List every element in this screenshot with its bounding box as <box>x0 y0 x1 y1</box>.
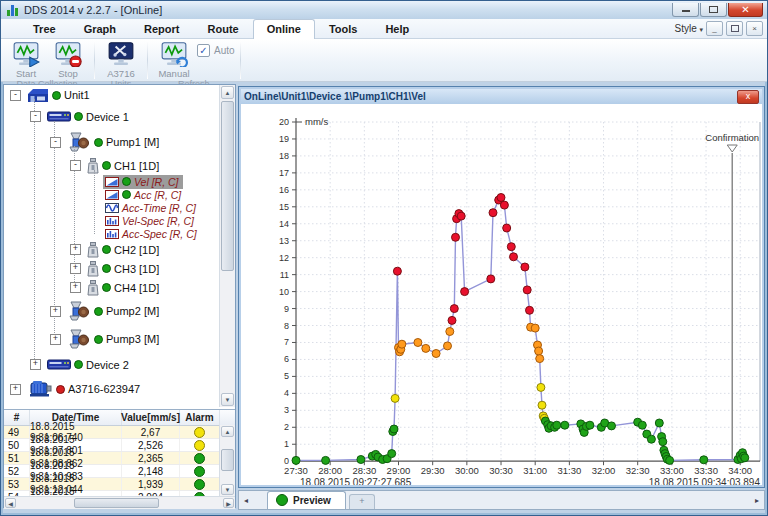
scrollbar-thumb[interactable] <box>221 449 234 471</box>
tree-vertical-scrollbar[interactable]: ▲▼ <box>219 85 235 407</box>
scroll-left-icon[interactable]: ◀ <box>5 498 16 508</box>
tree-item-label: A3716-623947 <box>68 383 140 395</box>
tab-help[interactable]: Help <box>371 19 423 38</box>
tab-scroll-right-icon[interactable]: ▸ <box>755 496 764 509</box>
table-header-alarm[interactable]: Alarm <box>180 410 220 425</box>
svg-text:29:30: 29:30 <box>421 465 445 476</box>
tab-scroll-left-icon[interactable]: ◂ <box>239 496 253 509</box>
cell-alarm <box>180 426 220 438</box>
collapse-icon[interactable]: - <box>30 111 41 122</box>
svg-text:18.08.2015 09:27:27.685: 18.08.2015 09:27:27.685 <box>300 477 412 485</box>
chart-window-title: OnLine\Unit1\Device 1\Pump1\CH1\Vel <box>244 91 426 102</box>
unit-icon <box>27 88 49 103</box>
tab-graph[interactable]: Graph <box>70 19 130 38</box>
expand-icon[interactable]: + <box>30 359 41 370</box>
mdi-minimize-icon: _ <box>712 25 716 33</box>
expand-icon[interactable]: + <box>70 244 81 255</box>
group-separator <box>94 41 95 79</box>
expand-icon[interactable]: + <box>10 384 21 395</box>
tab-online[interactable]: Online <box>253 19 315 39</box>
tree-item-acc-time-r-c-[interactable]: Acc-Time [R, C] <box>4 201 220 214</box>
auto-checkbox[interactable]: ✓Auto <box>197 40 235 79</box>
window-title-bar[interactable]: DDS 2014 v 2.2.7 - [OnLine] ✕ <box>1 1 767 19</box>
tab-tools[interactable]: Tools <box>315 19 372 38</box>
cell-value: 1,939 <box>122 478 180 490</box>
scroll-up-icon[interactable]: ▲ <box>221 86 234 99</box>
close-button[interactable]: ✕ <box>728 3 763 17</box>
tree-item-ch2-1d-[interactable]: +CH2 [1D] <box>4 240 220 259</box>
svg-text:4: 4 <box>284 388 289 398</box>
scroll-up-icon[interactable]: ▲ <box>221 426 234 437</box>
expand-icon[interactable]: + <box>70 282 81 293</box>
sensor-icon <box>87 242 99 258</box>
tree-item-label: Acc-Spec [R, C] <box>122 228 197 240</box>
cell-index: 49 <box>4 426 30 438</box>
collapse-icon[interactable]: - <box>50 137 61 148</box>
cell-alarm <box>180 452 220 464</box>
manual-button[interactable]: Manual <box>153 40 195 79</box>
minimize-button[interactable] <box>672 3 699 17</box>
tree-item-acc-spec-r-c-[interactable]: Acc-Spec [R, C] <box>4 227 220 240</box>
scroll-down-icon[interactable]: ▼ <box>221 484 234 495</box>
chart-window-title-bar[interactable]: OnLine\Unit1\Device 1\Pump1\CH1\Vel x <box>241 89 762 104</box>
motor-icon <box>27 380 53 398</box>
mdi-minimize-button[interactable]: _ <box>706 21 723 36</box>
tab-report[interactable]: Report <box>130 19 193 38</box>
table-vertical-scrollbar[interactable]: ▲▼ <box>219 425 235 496</box>
tree-item-pump1-m-[interactable]: -Pump1 [M] <box>4 128 220 156</box>
menu-tab-row: TreeGraphReportRouteOnlineToolsHelp Styl… <box>1 19 767 39</box>
new-tab-button[interactable]: + <box>349 494 375 509</box>
ribbon-group-refresh: Manual✓AutoRefresh <box>149 39 239 81</box>
mdi-close-button[interactable]: × <box>746 21 763 36</box>
scrollbar-thumb[interactable] <box>221 101 234 271</box>
tab-preview[interactable]: Preview <box>267 491 346 509</box>
stop-button[interactable]: Stop <box>47 40 89 79</box>
tree-item-ch1-1d-[interactable]: -CH1 [1D] <box>4 156 220 175</box>
svg-text:5: 5 <box>284 371 289 381</box>
expand-icon[interactable]: + <box>50 334 61 345</box>
close-icon: ✕ <box>741 5 749 15</box>
table-horizontal-scrollbar[interactable]: ◀▶ <box>4 496 235 509</box>
monitor-start-icon <box>12 41 40 67</box>
menu-tabs: TreeGraphReportRouteOnlineToolsHelp <box>19 18 423 38</box>
mdi-restore-button[interactable] <box>726 21 743 36</box>
tab-tree[interactable]: Tree <box>19 19 70 38</box>
tree-item-label: CH1 [1D] <box>114 160 159 172</box>
expand-icon[interactable]: + <box>50 306 61 317</box>
style-dropdown[interactable]: Style ▾ <box>674 23 703 34</box>
tab-route[interactable]: Route <box>194 19 253 38</box>
trend-plot[interactable]: 01234567891011121314151617181920mm/s27:3… <box>241 104 762 485</box>
collapse-icon[interactable]: - <box>10 90 21 101</box>
svg-text:32:30: 32:30 <box>626 465 650 476</box>
tree-item-label: Unit1 <box>64 89 90 101</box>
scroll-down-icon[interactable]: ▼ <box>221 393 234 406</box>
start-button[interactable]: Start <box>5 40 47 79</box>
tree-item-vel-r-c-[interactable]: Vel [R, C] <box>4 175 220 188</box>
table-header-[interactable]: # <box>4 410 30 425</box>
tree-item-pump2-m-[interactable]: +Pump2 [M] <box>4 297 220 325</box>
expand-icon[interactable]: + <box>70 263 81 274</box>
alarm-green-icon <box>194 479 205 490</box>
table-header-valuemms[interactable]: Value[mm/s] <box>122 410 180 425</box>
stop-button-label: Stop <box>58 68 78 79</box>
status-dot-green-icon <box>94 307 103 316</box>
cell-value: 2,148 <box>122 465 180 477</box>
tree-item-unit1[interactable]: -Unit1 <box>4 85 220 105</box>
tree-item-acc-r-c-[interactable]: Acc [R, C] <box>4 188 220 201</box>
tree-item-ch4-1d-[interactable]: +CH4 [1D] <box>4 278 220 297</box>
chart-close-button[interactable]: x <box>737 90 759 104</box>
scrollbar-thumb[interactable] <box>74 498 159 508</box>
tree-item-label: Acc [R, C] <box>134 189 181 201</box>
checkbox-checked-icon[interactable]: ✓ <box>197 44 210 57</box>
tree-item-a3716-623947[interactable]: +A3716-623947 <box>4 376 220 402</box>
tree-item-ch3-1d-[interactable]: +CH3 [1D] <box>4 259 220 278</box>
scroll-right-icon[interactable]: ▶ <box>223 498 234 508</box>
a3716-button[interactable]: A3716 <box>100 40 142 79</box>
tree-item-device-1[interactable]: -Device 1 <box>4 105 220 128</box>
tree-item-device-2[interactable]: +Device 2 <box>4 353 220 376</box>
tree-item-vel-spec-r-c-[interactable]: Vel-Spec [R, C] <box>4 214 220 227</box>
tree-item-pump3-m-[interactable]: +Pump3 [M] <box>4 325 220 353</box>
maximize-button[interactable] <box>700 3 727 17</box>
collapse-icon[interactable]: - <box>70 160 81 171</box>
tree-item-label: Vel [R, C] <box>134 176 179 188</box>
